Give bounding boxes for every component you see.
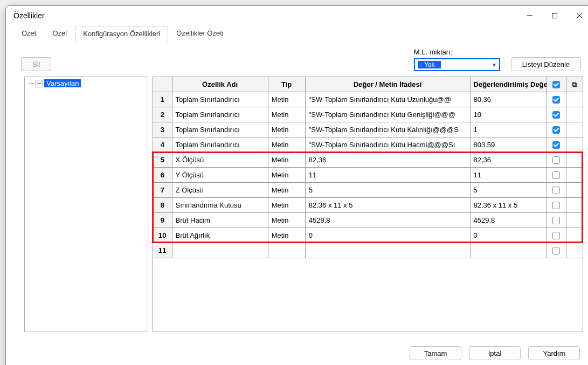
cell-type[interactable] [268,243,305,258]
ok-button[interactable]: Tamam [410,346,461,360]
cell-name[interactable]: Toplam Sınırlandırıcı [172,137,268,153]
cell-expr[interactable]: 5 [305,183,470,198]
cell-type[interactable]: Metin [268,183,305,198]
row-checkbox[interactable] [552,187,560,194]
cell-name[interactable] [172,243,268,258]
table-row[interactable]: 9Brüt HacimMetin4529,84529,8 [153,213,583,228]
table-row[interactable]: 10Brüt AğırlıkMetin00 [153,228,583,243]
ml-quantity-select[interactable]: - Yok - ▼ [414,58,500,71]
row-number[interactable]: 7 [153,183,172,198]
row-number[interactable]: 2 [153,107,172,122]
check-all-icon[interactable] [552,81,560,88]
cell-expr[interactable]: "SW-Toplam Sınırlandırıcı Kutu Kalınlığı… [305,122,470,137]
cell-check[interactable] [547,228,566,243]
cell-type[interactable]: Metin [268,168,305,183]
cell-link[interactable] [566,107,583,122]
cell-expr[interactable]: 82,36 [305,153,470,168]
delete-button[interactable]: Sil [21,57,51,71]
cell-link[interactable] [566,137,583,153]
cell-expr[interactable]: 11 [305,168,470,183]
cell-eval[interactable]: 803.59 [470,137,547,153]
cell-link[interactable] [566,168,583,183]
cell-name[interactable]: Z Ölçüsü [172,183,268,198]
cell-type[interactable]: Metin [268,228,305,243]
row-checkbox[interactable] [552,141,560,149]
cell-check[interactable] [547,243,566,258]
edit-list-button[interactable]: Listeyi Düzenle [511,57,581,71]
close-button[interactable] [567,7,588,24]
table-row[interactable]: 11 [153,243,583,258]
cancel-button[interactable]: İptal [469,346,521,360]
row-number[interactable]: 4 [153,137,172,153]
cell-link[interactable] [566,213,583,228]
cell-type[interactable]: Metin [268,153,305,168]
row-number[interactable]: 9 [153,213,172,228]
row-checkbox[interactable] [552,217,560,224]
tab-custom[interactable]: Özel [44,25,75,42]
row-number[interactable]: 11 [153,243,172,258]
cell-expr[interactable] [305,243,470,258]
cell-expr[interactable]: 4529,8 [305,213,470,228]
table-row[interactable]: 2Toplam SınırlandırıcıMetin"SW-Toplam Sı… [153,107,583,122]
col-header-type[interactable]: Tip [268,77,305,92]
cell-name[interactable]: Brüt Hacim [172,213,268,228]
cell-link[interactable] [566,153,583,168]
cell-type[interactable]: Metin [268,92,305,107]
cell-expr[interactable]: "SW-Toplam Sınırlandırıcı Kutu Genişliği… [305,107,470,122]
row-number[interactable]: 10 [153,228,172,243]
row-number[interactable]: 5 [153,153,172,168]
table-row[interactable]: 8Sınırlandırma KutusuMetin82,36 x 11 x 5… [153,198,583,213]
cell-check[interactable] [547,137,566,153]
cell-eval[interactable]: 82,36 x 11 x 5 [470,198,547,213]
col-header-link[interactable]: ⧉ [566,77,583,92]
cell-eval[interactable]: 82,36 [470,153,547,168]
cell-eval[interactable]: 11 [470,168,547,183]
cell-name[interactable]: Y Ölçüsü [172,168,268,183]
help-button[interactable]: Yardım [528,346,580,360]
row-checkbox[interactable] [552,111,560,119]
row-number[interactable]: 1 [153,92,172,107]
minimize-button[interactable] [517,7,542,24]
cell-check[interactable] [547,198,566,213]
cell-check[interactable] [547,183,566,198]
col-header-expr[interactable]: Değer / Metin İfadesi [305,77,470,92]
cell-eval[interactable]: 0 [470,228,547,243]
cell-name[interactable]: Toplam Sınırlandırıcı [172,122,268,137]
row-checkbox[interactable] [552,247,560,254]
cell-check[interactable] [547,168,566,183]
col-header-name[interactable]: Özellik Adı [172,77,268,92]
row-checkbox[interactable] [552,126,560,134]
cell-check[interactable] [547,122,566,137]
table-row[interactable]: 7Z ÖlçüsüMetin55 [153,183,583,198]
tab-summary[interactable]: Özet [13,25,44,42]
cell-type[interactable]: Metin [268,122,305,137]
cell-check[interactable] [547,153,566,168]
col-header-eval[interactable]: Değerlendirilmiş Değer [470,77,547,92]
cell-link[interactable] [566,183,583,198]
cell-expr[interactable]: 0 [305,228,470,243]
tab-props-summary[interactable]: Özellikler Özeti [168,25,231,42]
cell-expr[interactable]: "SW-Toplam Sınırlandırıcı Kutu Hacmi@@@S… [305,137,470,153]
cell-name[interactable]: Brüt Ağırlık [172,228,268,243]
cell-link[interactable] [566,122,583,137]
cell-check[interactable] [547,213,566,228]
cell-expr[interactable]: "SW-Toplam Sınırlandırıcı Kutu Uzunluğu@… [305,92,470,107]
cell-expr[interactable]: 82,36 x 11 x 5 [305,198,470,213]
cell-name[interactable]: Sınırlandırma Kutusu [172,198,268,213]
row-checkbox[interactable] [552,96,560,104]
table-row[interactable]: 6Y ÖlçüsüMetin1111 [153,168,583,183]
cell-eval[interactable]: 10 [470,107,547,122]
row-number[interactable]: 8 [153,198,172,213]
row-header-corner[interactable] [153,77,172,92]
row-number[interactable]: 3 [153,122,172,137]
cell-eval[interactable]: 80.36 [470,92,547,107]
cell-check[interactable] [547,107,566,122]
cell-link[interactable] [566,228,583,243]
properties-grid[interactable]: Özellik Adı Tip Değer / Metin İfadesi De… [153,77,583,258]
cell-check[interactable] [547,92,566,107]
row-checkbox[interactable] [552,171,560,179]
cell-eval[interactable] [470,243,547,258]
table-row[interactable]: 4Toplam SınırlandırıcıMetin"SW-Toplam Sı… [153,137,583,153]
tree-root-item[interactable]: ┈┈ ⊢ Varsayılan [28,79,144,87]
tab-config-props[interactable]: Konfigürasyon Özellikleri [75,26,168,43]
